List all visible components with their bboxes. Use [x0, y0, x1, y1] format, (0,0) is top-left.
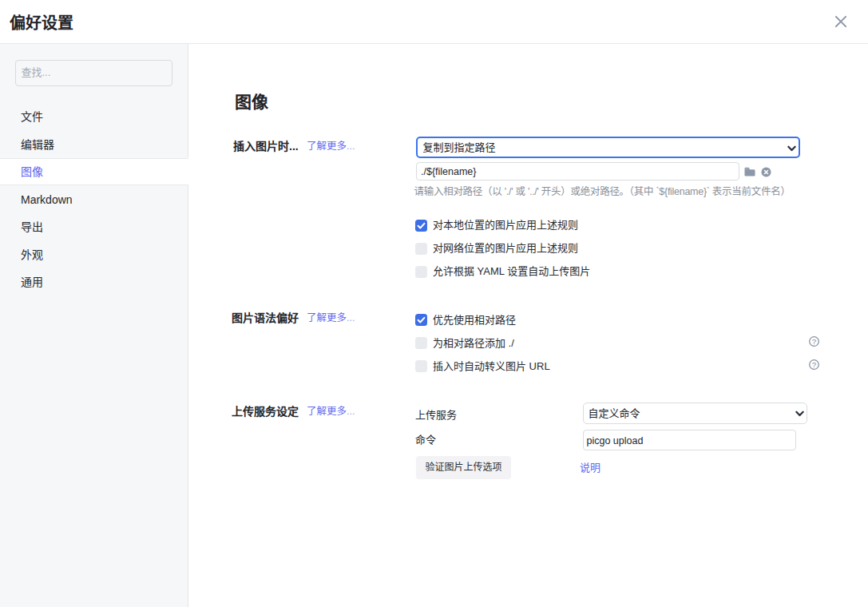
- svg-text:?: ?: [811, 360, 816, 369]
- svg-text:?: ?: [811, 337, 816, 346]
